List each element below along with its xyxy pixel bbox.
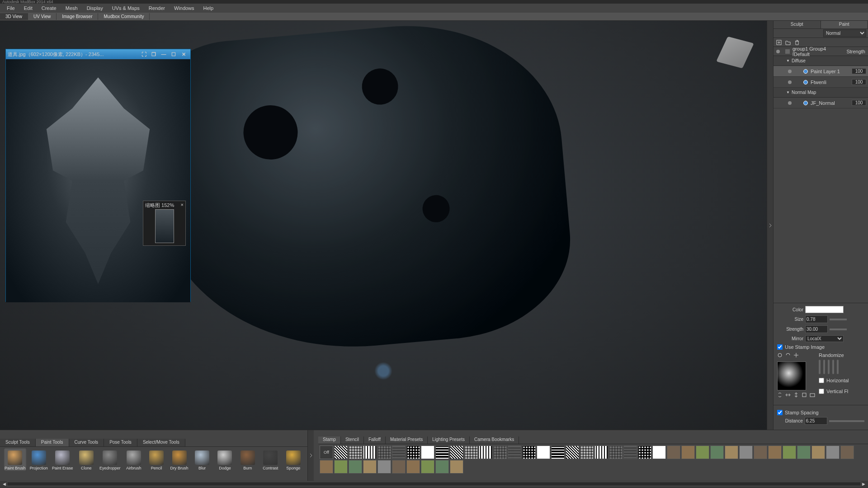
tooltab-painttools[interactable]: Paint Tools xyxy=(36,439,69,446)
distance-slider[interactable] xyxy=(829,420,864,422)
mirror-select[interactable]: LocalX xyxy=(805,335,844,342)
stamp-thumbnail[interactable] xyxy=(377,446,391,459)
tool-paintbrush[interactable]: Paint Brush xyxy=(4,448,27,471)
stamp-thumbnail[interactable] xyxy=(522,446,536,459)
stamp-thumbnail[interactable] xyxy=(609,446,623,459)
ref-minimize-icon[interactable]: — xyxy=(159,50,169,58)
layer-row[interactable]: Ftwenli xyxy=(774,77,868,88)
viewtab-mudboxcommunity[interactable]: Mudbox Community xyxy=(98,13,150,20)
stamp-thumbnail[interactable] xyxy=(479,446,492,459)
layer-visibility-dot[interactable] xyxy=(788,80,792,84)
stamp-thumbnail[interactable] xyxy=(377,460,391,474)
stamp-thumbnail[interactable] xyxy=(392,446,406,459)
strength-input[interactable] xyxy=(805,325,828,333)
menu-windows[interactable]: Windows xyxy=(170,4,199,12)
stamp-thumbnail[interactable] xyxy=(435,460,449,474)
new-folder-icon[interactable] xyxy=(785,40,791,45)
stamp-thumbnail[interactable] xyxy=(421,460,434,474)
timeline-scrollbar[interactable]: ◄ ► xyxy=(0,481,868,487)
menu-file[interactable]: File xyxy=(2,4,19,12)
stamp-flip-h-icon[interactable] xyxy=(785,392,791,398)
tool-contrast[interactable]: Contrast xyxy=(260,448,281,471)
navigator-thumbnail[interactable] xyxy=(155,209,174,243)
tool-projection[interactable]: Projection xyxy=(28,448,49,471)
libtab-falloff[interactable]: Falloff xyxy=(364,436,386,444)
tool-airbrush[interactable]: Airbrush xyxy=(123,448,144,471)
visibility-dot[interactable] xyxy=(776,50,780,53)
stamp-thumbnail[interactable] xyxy=(320,460,333,474)
stamp-thumbnail[interactable] xyxy=(537,446,550,459)
stamp-thumbnail[interactable] xyxy=(406,460,420,474)
menu-create[interactable]: Create xyxy=(37,4,61,12)
stamp-thumbnail[interactable] xyxy=(580,446,594,459)
delete-layer-icon[interactable] xyxy=(794,40,800,45)
menu-render[interactable]: Render xyxy=(144,4,170,12)
stamp-thumbnail[interactable] xyxy=(450,460,463,474)
stamp-thumbnail[interactable] xyxy=(725,446,738,459)
size-input[interactable] xyxy=(805,315,828,323)
layer-visibility-dot[interactable] xyxy=(788,101,792,105)
vertical-checkbox[interactable] xyxy=(819,389,824,394)
stamp-thumbnail[interactable] xyxy=(667,446,680,459)
stamp-thumbnail[interactable] xyxy=(754,446,767,459)
channel-diffuse[interactable]: Diffuse xyxy=(774,56,868,66)
use-stamp-checkbox[interactable] xyxy=(777,344,783,350)
stamp-thumbnail[interactable] xyxy=(797,446,811,459)
tool-clone[interactable]: Clone xyxy=(76,448,97,471)
distance-input[interactable] xyxy=(805,417,827,425)
ref-maximize-icon[interactable]: ☐ xyxy=(169,50,179,58)
stamp-thumbnail[interactable] xyxy=(406,446,420,459)
tool-drybrush[interactable]: Dry Brush xyxy=(169,448,189,471)
layer-row[interactable]: JF_Normal xyxy=(774,98,868,108)
stamp-thumbnail[interactable] xyxy=(363,460,377,474)
stamp-thumbnail[interactable] xyxy=(783,446,796,459)
ref-close-icon[interactable]: ✕ xyxy=(179,50,189,58)
strength-slider[interactable] xyxy=(830,328,847,330)
horizontal-checkbox[interactable] xyxy=(819,378,824,383)
panel-toggle[interactable] xyxy=(767,21,773,430)
reference-image-window[interactable]: 道具.jpg（602×1200像素, 222KB）- 2345... ⛶ ❐ —… xyxy=(5,49,191,302)
scroll-left-icon[interactable]: ◄ xyxy=(2,481,7,487)
blend-mode-select[interactable]: Normal xyxy=(823,29,866,37)
tool-blur[interactable]: Blur xyxy=(192,448,212,471)
ref-restore-icon[interactable]: ❐ xyxy=(149,50,159,58)
stamp-thumbnail[interactable] xyxy=(435,446,449,459)
stamp-thumbnail[interactable] xyxy=(334,460,348,474)
stamp-thumbnail[interactable] xyxy=(450,446,463,459)
stamp-refresh-icon[interactable] xyxy=(777,392,783,398)
navigator-close-icon[interactable]: × xyxy=(181,202,184,207)
tool-eyedropper[interactable]: Eyedropper xyxy=(99,448,122,471)
tab-sculpt[interactable]: Sculpt xyxy=(774,21,821,28)
menu-edit[interactable]: Edit xyxy=(19,4,37,12)
stamp-thumbnail[interactable] xyxy=(334,446,348,459)
stamp-thumbnail[interactable] xyxy=(739,446,753,459)
libtab-stencil[interactable]: Stencil xyxy=(341,436,364,444)
stamp-export-icon[interactable] xyxy=(802,392,807,398)
stamp-thumbnail[interactable] xyxy=(349,460,362,474)
stamp-rotate-icon[interactable] xyxy=(785,352,791,358)
new-layer-icon[interactable] xyxy=(776,40,782,45)
stamp-move-icon[interactable] xyxy=(793,352,799,358)
reference-window-titlebar[interactable]: 道具.jpg（602×1200像素, 222KB）- 2345... ⛶ ❐ —… xyxy=(6,49,190,59)
menu-uvsmaps[interactable]: UVs & Maps xyxy=(108,4,144,12)
stamp-spacing-checkbox[interactable] xyxy=(777,410,783,415)
stamp-off-button[interactable]: Off xyxy=(320,446,333,459)
stamp-thumbnail[interactable] xyxy=(594,446,608,459)
tooltab-posetools[interactable]: Pose Tools xyxy=(104,439,137,446)
stamp-thumbnail[interactable] xyxy=(623,446,637,459)
stamp-thumbnail[interactable] xyxy=(493,446,507,459)
layer-row[interactable]: Paint Layer 1 xyxy=(774,66,868,77)
tool-pencil[interactable]: Pencil xyxy=(146,448,167,471)
color-swatch[interactable] xyxy=(805,306,844,313)
stamp-thumbnail[interactable] xyxy=(464,446,478,459)
tool-sponge[interactable]: Sponge xyxy=(283,448,304,471)
stamp-thumbnail[interactable] xyxy=(811,446,825,459)
stamp-thumbnail[interactable] xyxy=(421,446,434,459)
tray-toggle[interactable] xyxy=(307,430,314,481)
tool-burn[interactable]: Burn xyxy=(237,448,258,471)
stamp-thumbnail[interactable] xyxy=(710,446,724,459)
layer-opacity-input[interactable] xyxy=(852,100,866,106)
stamp-thumbnail[interactable] xyxy=(652,446,666,459)
stamp-flip-v-icon[interactable] xyxy=(793,392,799,398)
stamp-thumbnail[interactable] xyxy=(826,446,840,459)
